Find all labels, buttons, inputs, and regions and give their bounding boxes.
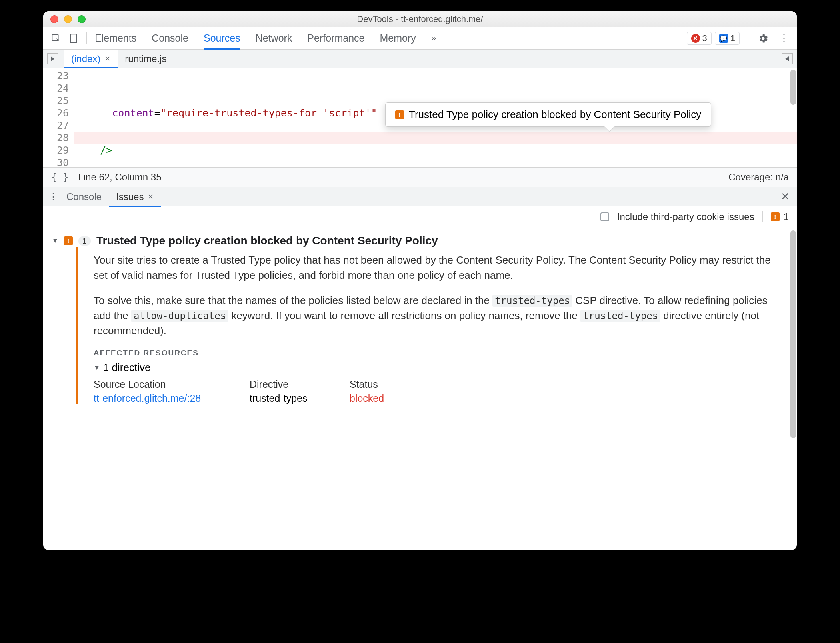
directive-group-header[interactable]: ▼ 1 directive bbox=[94, 361, 773, 374]
disclosure-triangle-icon[interactable]: ▼ bbox=[52, 237, 58, 244]
devtools-window: DevTools - tt-enforced.glitch.me/ Elemen… bbox=[43, 11, 797, 550]
code-scrollbar[interactable] bbox=[790, 70, 796, 105]
issues-panel: ▼ ! 1 Trusted Type policy creation block… bbox=[43, 227, 797, 550]
directive-cell: trusted-types bbox=[250, 393, 342, 404]
panel-tabs: Elements Console Sources Network Perform… bbox=[95, 27, 436, 50]
message-icon: 💬 bbox=[719, 34, 728, 43]
message-count: 1 bbox=[730, 33, 735, 44]
warning-icon: ! bbox=[64, 236, 73, 245]
separator bbox=[747, 32, 747, 44]
disclosure-triangle-icon[interactable]: ▼ bbox=[94, 364, 100, 371]
error-count-button[interactable]: ✕ 3 bbox=[687, 32, 712, 45]
issue-details: Your site tries to create a Trusted Type… bbox=[76, 247, 785, 404]
cursor-position: Line 62, Column 35 bbox=[78, 172, 161, 183]
warning-icon: ! bbox=[395, 110, 404, 119]
table-header: Source Location bbox=[94, 379, 242, 393]
third-party-label[interactable]: Include third-party cookie issues bbox=[617, 211, 754, 222]
inline-issue-tooltip: ! Trusted Type policy creation blocked b… bbox=[385, 102, 711, 127]
message-count-button[interactable]: 💬 1 bbox=[715, 32, 740, 45]
close-drawer-tab-icon[interactable]: ✕ bbox=[148, 192, 154, 201]
tab-sources[interactable]: Sources bbox=[204, 27, 240, 50]
table-header: Status bbox=[350, 379, 422, 393]
close-tab-icon[interactable]: ✕ bbox=[104, 54, 110, 63]
tab-console[interactable]: Console bbox=[152, 27, 188, 50]
drawer-tab-issues[interactable]: Issues ✕ bbox=[109, 187, 161, 206]
drawer-more-icon[interactable]: ⋮ bbox=[47, 192, 59, 202]
issues-filter-bar: Include third-party cookie issues ! 1 bbox=[43, 206, 797, 227]
code-editor[interactable]: 23 24 25 26 27 28 29 30 content="require… bbox=[43, 68, 797, 167]
file-tab-label: runtime.js bbox=[125, 53, 166, 64]
error-count: 3 bbox=[702, 33, 707, 44]
status-cell: blocked bbox=[350, 393, 422, 404]
error-icon: ✕ bbox=[691, 34, 700, 43]
pause-script-icon[interactable] bbox=[47, 53, 58, 64]
file-tab-index[interactable]: (index) ✕ bbox=[64, 50, 118, 68]
pretty-print-icon[interactable]: { } bbox=[51, 172, 68, 183]
tooltip-text: Trusted Type policy creation blocked by … bbox=[409, 108, 701, 121]
titlebar: DevTools - tt-enforced.glitch.me/ bbox=[43, 11, 797, 27]
affected-resources-heading: AFFECTED RESOURCES bbox=[94, 349, 773, 357]
tab-network[interactable]: Network bbox=[256, 27, 292, 50]
issue-title: Trusted Type policy creation blocked by … bbox=[96, 234, 438, 247]
window-title: DevTools - tt-enforced.glitch.me/ bbox=[43, 14, 797, 24]
affected-resources-table: Source Location Directive Status tt-enfo… bbox=[94, 379, 773, 404]
settings-icon[interactable] bbox=[754, 30, 772, 47]
device-toolbar-icon[interactable] bbox=[65, 30, 82, 47]
table-header: Directive bbox=[250, 379, 342, 393]
drawer-tab-label: Issues bbox=[116, 191, 144, 202]
issues-scrollbar[interactable] bbox=[790, 230, 796, 438]
source-location-link[interactable]: tt-enforced.glitch.me/:28 bbox=[94, 393, 242, 404]
toggle-navigator-icon[interactable] bbox=[782, 53, 793, 64]
issue-header[interactable]: ▼ ! 1 Trusted Type policy creation block… bbox=[52, 234, 785, 247]
line-gutter: 23 24 25 26 27 28 29 30 bbox=[43, 68, 74, 167]
issue-paragraph: Your site tries to create a Trusted Type… bbox=[94, 253, 773, 283]
third-party-checkbox[interactable] bbox=[600, 212, 609, 221]
main-toolbar: Elements Console Sources Network Perform… bbox=[43, 27, 797, 50]
file-tab-runtime[interactable]: runtime.js bbox=[118, 50, 174, 68]
kebab-menu-icon[interactable]: ⋮ bbox=[775, 30, 793, 47]
drawer-tabs: ⋮ Console Issues ✕ ✕ bbox=[43, 187, 797, 206]
issue-occurrence-count: 1 bbox=[78, 236, 91, 246]
tab-performance[interactable]: Performance bbox=[307, 27, 364, 50]
issue-paragraph: To solve this, make sure that the names … bbox=[94, 293, 773, 338]
svg-rect-1 bbox=[70, 34, 76, 43]
coverage-status: Coverage: n/a bbox=[728, 172, 789, 183]
editor-status-bar: { } Line 62, Column 35 Coverage: n/a bbox=[43, 167, 797, 187]
inspect-element-icon[interactable] bbox=[47, 30, 65, 47]
close-drawer-icon[interactable]: ✕ bbox=[778, 190, 793, 203]
error-line-highlight bbox=[74, 132, 797, 144]
tab-elements[interactable]: Elements bbox=[95, 27, 136, 50]
separator bbox=[86, 32, 87, 44]
file-tab-label: (index) bbox=[71, 53, 100, 64]
issues-count: 1 bbox=[784, 211, 789, 222]
tab-memory[interactable]: Memory bbox=[380, 27, 416, 50]
warning-icon: ! bbox=[771, 212, 780, 221]
drawer-tab-console[interactable]: Console bbox=[59, 187, 109, 206]
sources-sub-toolbar: (index) ✕ runtime.js bbox=[43, 50, 797, 68]
more-tabs-icon[interactable]: » bbox=[431, 30, 436, 47]
